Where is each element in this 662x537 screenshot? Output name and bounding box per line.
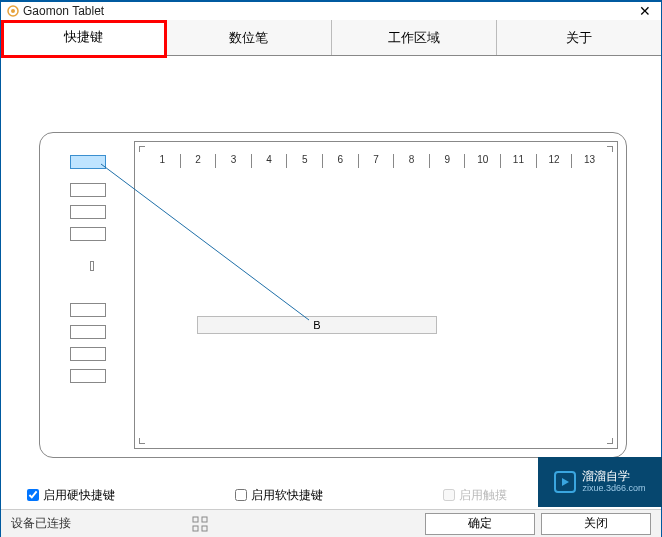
hotkey-button-2[interactable] bbox=[70, 183, 106, 197]
key-assignment-display[interactable]: B bbox=[197, 316, 437, 334]
checkbox-label: 启用硬快捷键 bbox=[43, 487, 115, 504]
tab-hotkeys[interactable]: 快捷键 bbox=[1, 20, 166, 55]
ruler-tick[interactable]: 2 bbox=[180, 154, 216, 168]
checkbox-label: 启用触摸 bbox=[459, 487, 507, 504]
content-area: 1 2 3 4 5 6 7 8 9 10 11 12 13 bbox=[1, 56, 661, 483]
tab-label: 快捷键 bbox=[64, 28, 103, 46]
hotkey-button-4[interactable] bbox=[70, 227, 106, 241]
ok-button[interactable]: 确定 bbox=[425, 513, 535, 535]
enable-soft-hotkeys-checkbox[interactable]: 启用软快捷键 bbox=[235, 487, 323, 504]
ruler-tick[interactable]: 3 bbox=[215, 154, 251, 168]
enable-touch-checkbox: 启用触摸 bbox=[443, 487, 507, 504]
hotkey-button-5[interactable] bbox=[70, 303, 106, 317]
svg-rect-5 bbox=[193, 526, 198, 531]
svg-marker-7 bbox=[562, 478, 569, 486]
tab-label: 关于 bbox=[566, 29, 592, 47]
titlebar: Gaomon Tablet ✕ bbox=[0, 0, 662, 20]
checkbox-input[interactable] bbox=[27, 489, 39, 501]
indicator-led bbox=[90, 261, 94, 271]
checkbox-input bbox=[443, 489, 455, 501]
watermark-brand: 溜溜自学 bbox=[582, 470, 645, 483]
svg-rect-4 bbox=[202, 517, 207, 522]
tab-label: 工作区域 bbox=[388, 29, 440, 47]
ruler-tick[interactable]: 13 bbox=[571, 154, 607, 168]
window-title: Gaomon Tablet bbox=[23, 4, 104, 18]
ruler-tick[interactable]: 10 bbox=[464, 154, 500, 168]
grid-icon[interactable] bbox=[191, 515, 209, 533]
watermark-badge: 溜溜自学 zixue.3d66.com bbox=[538, 457, 662, 507]
ruler-tick[interactable]: 7 bbox=[358, 154, 394, 168]
checkbox-input[interactable] bbox=[235, 489, 247, 501]
hotkey-button-3[interactable] bbox=[70, 205, 106, 219]
svg-rect-6 bbox=[202, 526, 207, 531]
corner-mark bbox=[607, 146, 613, 152]
ruler-tick[interactable]: 5 bbox=[286, 154, 322, 168]
hotkey-button-1[interactable] bbox=[70, 155, 106, 169]
close-button[interactable]: 关闭 bbox=[541, 513, 651, 535]
watermark-url: zixue.3d66.com bbox=[582, 484, 645, 494]
hotkey-button-6[interactable] bbox=[70, 325, 106, 339]
tab-workarea[interactable]: 工作区域 bbox=[332, 20, 497, 55]
tab-bar: 快捷键 数位笔 工作区域 关于 bbox=[1, 20, 661, 56]
ruler-tick[interactable]: 1 bbox=[145, 154, 180, 168]
corner-mark bbox=[139, 146, 145, 152]
ruler-tick[interactable]: 9 bbox=[429, 154, 465, 168]
hotkey-button-7[interactable] bbox=[70, 347, 106, 361]
svg-point-1 bbox=[11, 9, 15, 13]
ruler-tick[interactable]: 11 bbox=[500, 154, 536, 168]
ruler-tick[interactable]: 8 bbox=[393, 154, 429, 168]
corner-mark bbox=[607, 438, 613, 444]
tab-label: 数位笔 bbox=[229, 29, 268, 47]
status-bar: 设备已连接 确定 关闭 bbox=[1, 509, 661, 537]
app-icon bbox=[7, 5, 19, 17]
ruler-tick[interactable]: 6 bbox=[322, 154, 358, 168]
tab-about[interactable]: 关于 bbox=[497, 20, 661, 55]
soft-key-ruler: 1 2 3 4 5 6 7 8 9 10 11 12 13 bbox=[145, 154, 607, 168]
assignment-label: B bbox=[313, 319, 320, 331]
hotkey-button-8[interactable] bbox=[70, 369, 106, 383]
drawing-canvas: 1 2 3 4 5 6 7 8 9 10 11 12 13 bbox=[134, 141, 618, 449]
ruler-tick[interactable]: 4 bbox=[251, 154, 287, 168]
checkbox-label: 启用软快捷键 bbox=[251, 487, 323, 504]
enable-hard-hotkeys-checkbox[interactable]: 启用硬快捷键 bbox=[27, 487, 115, 504]
svg-rect-3 bbox=[193, 517, 198, 522]
ruler-tick[interactable]: 12 bbox=[536, 154, 572, 168]
tab-pen[interactable]: 数位笔 bbox=[166, 20, 331, 55]
connection-status: 设备已连接 bbox=[11, 515, 161, 532]
close-window-button[interactable]: ✕ bbox=[633, 3, 657, 19]
corner-mark bbox=[139, 438, 145, 444]
tablet-frame: 1 2 3 4 5 6 7 8 9 10 11 12 13 bbox=[39, 132, 627, 458]
play-icon bbox=[554, 471, 576, 493]
